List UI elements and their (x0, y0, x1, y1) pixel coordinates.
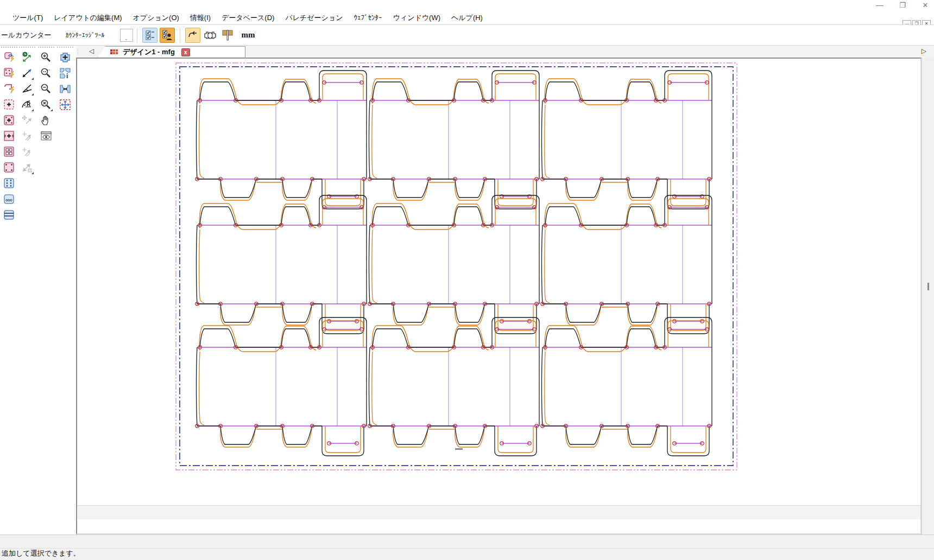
menu-database[interactable]: データベース(D) (216, 11, 280, 24)
status-message: 追加して選択できます。 (2, 549, 80, 558)
counter-edge-flash-icon[interactable] (2, 82, 16, 96)
counter-pin-icon[interactable] (220, 28, 235, 43)
preview-icon[interactable] (39, 129, 53, 143)
bend-arrow-icon[interactable] (185, 28, 200, 43)
menu-help[interactable]: ヘルプ(H) (446, 11, 488, 24)
zoom-extents-icon[interactable] (39, 98, 53, 112)
toolbar-separator (180, 28, 180, 43)
menu-bar: ツール(T) レイアウトの編集(M) オプション(O) 情報(I) データベース… (0, 11, 934, 25)
layout-tools-palette: i (57, 47, 73, 113)
counter-pinch-add-icon[interactable] (2, 129, 16, 143)
checklist-user-icon[interactable] (160, 28, 175, 43)
gap-distance-icon[interactable] (58, 82, 72, 96)
move-rotate-icon[interactable] (20, 145, 34, 159)
left-tool-panel: R (0, 46, 76, 534)
die-profile-icon[interactable] (203, 28, 218, 43)
menu-webcenter[interactable]: ｳｪﾌﾞｾﾝﾀｰ (349, 12, 388, 23)
counter-plus-corners-icon[interactable] (2, 113, 16, 128)
menu-info[interactable]: 情報(I) (185, 11, 216, 24)
quick-measure-icon[interactable] (20, 50, 34, 65)
measure-angle-icon[interactable] (20, 82, 34, 96)
tab-close-icon[interactable]: x (181, 48, 190, 56)
tab-scroll-left-icon[interactable]: ◁ (89, 47, 94, 55)
resize-sheet-icon[interactable] (58, 98, 72, 112)
svg-text:i: i (66, 72, 68, 80)
move-segment-icon[interactable] (20, 129, 34, 143)
counter-holes-icon[interactable] (2, 192, 16, 206)
measure-radius-icon[interactable]: R (20, 98, 34, 112)
document-tab-bar: ◁ デザイン1 - mfg x ▷ (76, 46, 934, 58)
unit-label: mm (242, 30, 255, 40)
zoom-out-icon[interactable] (39, 82, 53, 96)
active-tool-label: ｶｳﾝﾀｰｴｯｼﾞﾂｰﾙ (66, 31, 105, 39)
toolbar-separator (137, 28, 137, 43)
measure-tools-palette: R (19, 47, 35, 176)
counter-tools-palette (1, 47, 17, 224)
tabbar-grip[interactable] (77, 48, 79, 55)
zoom-in-icon[interactable] (39, 50, 53, 65)
counter-area-add-icon[interactable] (2, 98, 16, 112)
main-toolbar: ールカウンター ｶｳﾝﾀｰｴｯｼﾞﾂｰﾙ ⌄ (0, 25, 934, 46)
vertical-splitter-handle[interactable] (927, 283, 929, 290)
sheet-inner-margin (180, 67, 733, 466)
tool-dropdown[interactable]: ⌄ (120, 29, 133, 42)
tab-design1-mfg[interactable]: デザイン1 - mfg x (98, 46, 245, 58)
zoom-selection-icon[interactable] (39, 66, 53, 80)
bridge-tool-icon[interactable] (2, 176, 16, 190)
tab-scroll-right-icon[interactable]: ▷ (922, 47, 926, 55)
statusbar-divider (0, 548, 934, 549)
drawing-canvas-frame (76, 58, 922, 534)
menu-palletization[interactable]: パレチゼーション (280, 11, 348, 24)
svg-text:R: R (27, 101, 31, 107)
move-point-icon[interactable] (20, 113, 34, 128)
layout-info-icon[interactable]: i (58, 66, 72, 80)
menu-tools[interactable]: ツール(T) (7, 11, 48, 24)
measure-distance-icon[interactable] (20, 66, 34, 80)
tool-group-label: ールカウンター (1, 30, 52, 40)
view-tools-palette (38, 47, 54, 145)
window-minimize-button[interactable]: — (875, 2, 884, 9)
menu-edit-layout[interactable]: レイアウトの編集(M) (48, 11, 127, 24)
canvas-bottom-strip (77, 505, 920, 519)
counter-grid-icon[interactable] (2, 145, 16, 159)
drawing-canvas[interactable] (77, 59, 920, 519)
window-maximize-button[interactable]: ❐ (898, 2, 907, 9)
counter-layout-flash-icon[interactable] (2, 50, 16, 65)
right-panel-strip (922, 58, 934, 534)
counter-corner-dots-icon[interactable] (2, 161, 16, 175)
sheet-outer-margin (176, 63, 737, 470)
window-close-button[interactable]: ✕ (921, 2, 930, 9)
menu-options[interactable]: オプション(O) (128, 11, 185, 24)
move-copy-icon[interactable] (20, 161, 34, 175)
tab-label: デザイン1 - mfg (123, 47, 175, 57)
mfg-layout-icon (110, 49, 118, 55)
pan-icon[interactable] (39, 113, 53, 128)
checklist-icon[interactable] (142, 28, 157, 43)
add-blank-icon[interactable] (58, 50, 72, 65)
counter-lines-icon[interactable] (2, 208, 16, 222)
horizontal-splitter-handle[interactable] (455, 448, 463, 450)
status-bar: 追加して選択できます。 (0, 534, 934, 560)
menu-window[interactable]: ウィンドウ(W) (388, 11, 446, 24)
title-bar: — ❐ ✕ (0, 0, 934, 11)
counter-dots-flash-icon[interactable] (2, 66, 16, 80)
